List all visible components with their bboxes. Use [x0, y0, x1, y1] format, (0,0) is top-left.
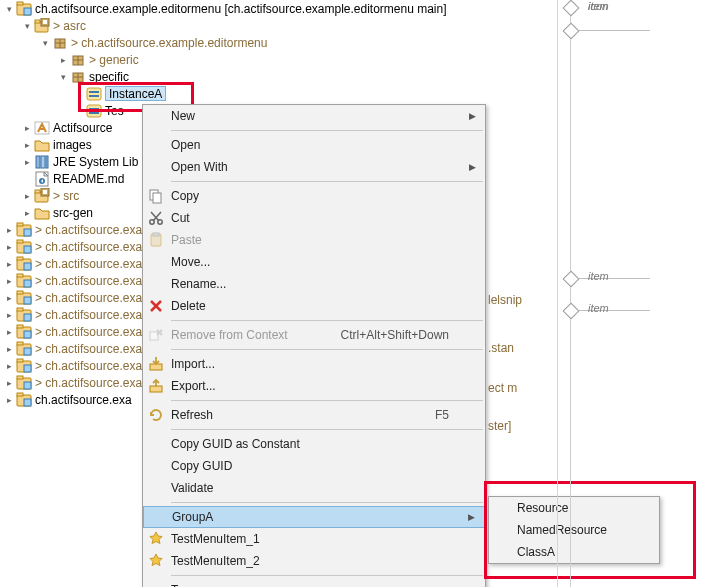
- tree-row-instancea[interactable]: InstanceA: [0, 85, 560, 102]
- twisty-closed-icon[interactable]: ▸: [20, 189, 34, 203]
- tree-label: src-gen: [53, 206, 93, 220]
- obscured-text: ster]: [488, 419, 511, 433]
- tree-label: > src: [53, 189, 79, 203]
- twisty-open-icon[interactable]: ▾: [56, 70, 70, 84]
- folder-icon: [34, 205, 50, 221]
- menu-item-cut[interactable]: Cut: [143, 207, 485, 229]
- twisty-open-icon[interactable]: ▾: [2, 2, 16, 16]
- actifsource-icon: [34, 120, 50, 136]
- remove-context-icon: [143, 327, 169, 343]
- menu-item-rename[interactable]: Rename...: [143, 273, 485, 295]
- submenu-arrow-icon: ▶: [469, 111, 485, 121]
- import-icon: [143, 356, 169, 372]
- diamond-icon: [563, 0, 580, 16]
- tree-label: > ch.actifsource.exa: [35, 240, 142, 254]
- menu-item-testmenuitem-1[interactable]: TestMenuItem_1: [143, 528, 485, 550]
- twisty-closed-icon[interactable]: ▸: [2, 325, 16, 339]
- paste-icon: [143, 232, 169, 248]
- twisty-closed-icon[interactable]: ▸: [2, 359, 16, 373]
- menu-item-refresh[interactable]: RefreshF5: [143, 404, 485, 426]
- tree-label-selected: InstanceA: [105, 86, 166, 101]
- menu-item-new[interactable]: New▶: [143, 105, 485, 127]
- folder-icon: [34, 137, 50, 153]
- diamond-icon: [563, 23, 580, 40]
- twisty-closed-icon[interactable]: ▸: [2, 393, 16, 407]
- tree-label: Actifsource: [53, 121, 112, 135]
- tree-label: Tes: [105, 104, 124, 118]
- twisty-closed-icon[interactable]: ▸: [2, 223, 16, 237]
- menu-item-copy-guid-constant[interactable]: Copy GUID as Constant: [143, 433, 485, 455]
- menu-item-import[interactable]: Import...: [143, 353, 485, 375]
- menu-item-copy-guid[interactable]: Copy GUID: [143, 455, 485, 477]
- menu-item-remove-context: Remove from ContextCtrl+Alt+Shift+Down: [143, 324, 485, 346]
- twisty-closed-icon[interactable]: ▸: [56, 53, 70, 67]
- tree-row-project[interactable]: ▾ ch.actifsource.example.editormenu [ch.…: [0, 0, 560, 17]
- tree-row[interactable]: ▾ > ch.actifsource.example.editormenu: [0, 34, 560, 51]
- menu-item-delete[interactable]: Delete: [143, 295, 485, 317]
- diamond-icon: [563, 303, 580, 320]
- delete-icon: [143, 298, 169, 314]
- project-label: ch.actifsource.example.editormenu [ch.ac…: [35, 2, 447, 16]
- twisty-closed-icon[interactable]: ▸: [2, 342, 16, 356]
- twisty-open-icon[interactable]: ▾: [38, 36, 52, 50]
- menu-item-validate[interactable]: Validate: [143, 477, 485, 499]
- tree-label: > ch.actifsource.exa: [35, 274, 142, 288]
- twisty-closed-icon[interactable]: ▸: [2, 274, 16, 288]
- package-icon: [70, 69, 86, 85]
- twisty-open-icon[interactable]: ▾: [20, 19, 34, 33]
- tree-label: > ch.actifsource.exa: [35, 325, 142, 339]
- submenu-arrow-icon: ▶: [469, 162, 485, 172]
- diagram-label: item: [588, 270, 609, 282]
- obscured-text: ect m: [488, 381, 517, 395]
- menu-item-copy[interactable]: Copy: [143, 185, 485, 207]
- source-folder-icon: [34, 18, 50, 34]
- project-icon: [16, 341, 32, 357]
- tree-row[interactable]: ▾ > asrc: [0, 17, 560, 34]
- tree-label: images: [53, 138, 92, 152]
- menu-separator: [171, 181, 483, 182]
- tree-label: > ch.actifsource.exa: [35, 342, 142, 356]
- tree-label: ch.actifsource.exa: [35, 393, 132, 407]
- tree-row[interactable]: ▸ > generic: [0, 51, 560, 68]
- menu-separator: [171, 320, 483, 321]
- tree-row[interactable]: ▾ specific: [0, 68, 560, 85]
- refresh-icon: [143, 407, 169, 423]
- project-icon: [16, 324, 32, 340]
- project-icon: [16, 392, 32, 408]
- twisty-closed-icon[interactable]: ▸: [2, 257, 16, 271]
- tree-label: > asrc: [53, 19, 86, 33]
- menu-item-export[interactable]: Export...: [143, 375, 485, 397]
- twisty-closed-icon[interactable]: ▸: [2, 308, 16, 322]
- project-icon: [16, 239, 32, 255]
- tree-label: > ch.actifsource.exa: [35, 376, 142, 390]
- twisty-closed-icon[interactable]: ▸: [20, 121, 34, 135]
- menu-item-open[interactable]: Open: [143, 134, 485, 156]
- project-icon: [16, 273, 32, 289]
- twisty-closed-icon[interactable]: ▸: [2, 376, 16, 390]
- tree-label: > ch.actifsource.exa: [35, 223, 142, 237]
- project-icon: [16, 307, 32, 323]
- source-folder-icon: [34, 188, 50, 204]
- tree-label: > ch.actifsource.exa: [35, 257, 142, 271]
- twisty-closed-icon[interactable]: ▸: [20, 206, 34, 220]
- twisty-closed-icon[interactable]: ▸: [20, 155, 34, 169]
- context-menu[interactable]: New▶ Open Open With▶ Copy Cut Paste Move…: [142, 104, 486, 587]
- obscured-text: .stan: [488, 341, 514, 355]
- diagram-label: item: [588, 302, 609, 314]
- menu-separator: [171, 575, 483, 576]
- markdown-file-icon: [34, 171, 50, 187]
- menu-item-move[interactable]: Move...: [143, 251, 485, 273]
- twisty-closed-icon[interactable]: ▸: [2, 240, 16, 254]
- menu-separator: [171, 349, 483, 350]
- star-icon: [143, 553, 169, 569]
- copy-icon: [143, 188, 169, 204]
- tree-label: > ch.actifsource.exa: [35, 291, 142, 305]
- twisty-closed-icon[interactable]: ▸: [2, 291, 16, 305]
- twisty-closed-icon[interactable]: ▸: [20, 138, 34, 152]
- menu-item-open-with[interactable]: Open With▶: [143, 156, 485, 178]
- menu-item-testmenuitem-2[interactable]: TestMenuItem_2: [143, 550, 485, 572]
- star-icon: [143, 531, 169, 547]
- diagram-label: item: [588, 0, 609, 12]
- menu-item-groupa[interactable]: GroupA▶: [143, 506, 485, 528]
- menu-item-team[interactable]: Team▶: [143, 579, 485, 587]
